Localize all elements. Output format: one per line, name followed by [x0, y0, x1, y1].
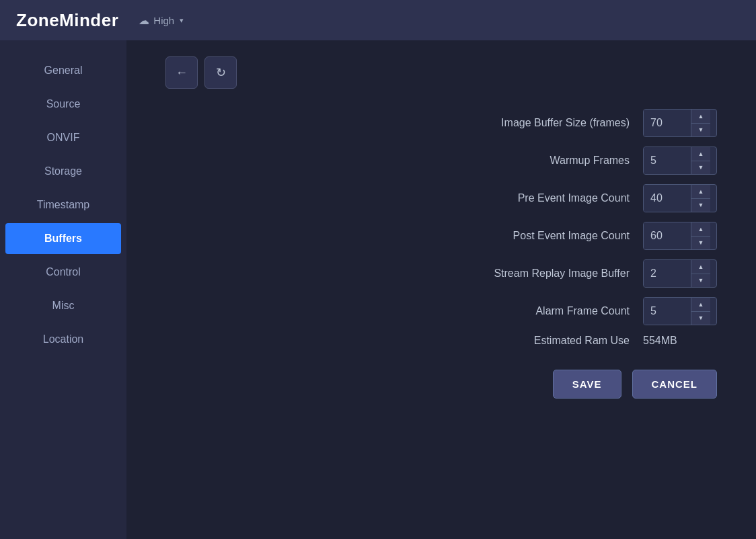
spinner-arrows-warmup-frames: ▲ ▼ — [691, 147, 710, 174]
spinner-arrows-stream-replay-image-buffer: ▲ ▼ — [691, 260, 710, 287]
field-row-image-buffer-size: Image Buffer Size (frames) ▲ ▼ — [165, 109, 717, 137]
sidebar-label-source: Source — [46, 98, 81, 110]
sidebar-item-source[interactable]: Source — [5, 89, 121, 120]
spinner-up-post-event-image-count[interactable]: ▲ — [691, 222, 710, 237]
spinner-arrows-image-buffer-size: ▲ ▼ — [691, 110, 710, 136]
sidebar-item-misc[interactable]: Misc — [5, 290, 121, 321]
field-row-stream-replay-image-buffer: Stream Replay Image Buffer ▲ ▼ — [165, 259, 717, 288]
sidebar-label-misc: Misc — [52, 300, 75, 311]
form-container: ← ↻ Image Buffer Size (frames) ▲ ▼ — [165, 56, 717, 399]
spinner-down-image-buffer-size[interactable]: ▼ — [691, 124, 710, 137]
label-alarm-frame-count: Alarm Frame Count — [441, 305, 630, 317]
spinner-up-stream-replay-image-buffer[interactable]: ▲ — [691, 260, 710, 274]
spinner-pre-event-image-count[interactable]: ▲ ▼ — [643, 184, 717, 212]
spinner-down-post-event-image-count[interactable]: ▼ — [691, 237, 710, 250]
sidebar-label-control: Control — [46, 266, 81, 278]
sidebar-item-location[interactable]: Location — [5, 324, 121, 355]
sidebar-label-buffers: Buffers — [44, 233, 82, 244]
input-post-event-image-count[interactable] — [644, 222, 691, 249]
main-layout: General Source ONVIF Storage Timestamp B… — [0, 40, 756, 539]
signal-label: High — [153, 15, 174, 26]
field-row-estimated-ram: Estimated Ram Use 554MB — [165, 335, 717, 347]
action-row: SAVE CANCEL — [165, 370, 717, 399]
label-pre-event-image-count: Pre Event Image Count — [441, 192, 630, 204]
input-stream-replay-image-buffer[interactable] — [644, 260, 691, 287]
value-estimated-ram: 554MB — [643, 335, 717, 347]
sidebar-item-storage[interactable]: Storage — [5, 156, 121, 187]
label-post-event-image-count: Post Event Image Count — [441, 230, 630, 242]
toolbar: ← ↻ — [165, 56, 717, 89]
spinner-alarm-frame-count[interactable]: ▲ ▼ — [643, 297, 717, 325]
app-title: ZoneMinder — [16, 10, 118, 31]
signal-icon: ☁ — [139, 14, 149, 27]
sidebar-label-general: General — [44, 65, 83, 76]
cancel-button[interactable]: CANCEL — [632, 370, 718, 399]
spinner-up-image-buffer-size[interactable]: ▲ — [691, 110, 710, 124]
main-content: ← ↻ Image Buffer Size (frames) ▲ ▼ — [126, 40, 756, 539]
spinner-image-buffer-size[interactable]: ▲ ▼ — [643, 109, 717, 137]
sidebar-item-control[interactable]: Control — [5, 257, 121, 288]
label-estimated-ram: Estimated Ram Use — [441, 335, 630, 347]
spinner-up-alarm-frame-count[interactable]: ▲ — [691, 298, 710, 312]
spinner-down-warmup-frames[interactable]: ▼ — [691, 161, 710, 175]
sidebar-label-location: Location — [43, 333, 84, 345]
field-row-post-event-image-count: Post Event Image Count ▲ ▼ — [165, 222, 717, 250]
spinner-post-event-image-count[interactable]: ▲ ▼ — [643, 222, 717, 250]
sidebar-item-onvif[interactable]: ONVIF — [5, 122, 121, 153]
sidebar-item-buffers[interactable]: Buffers — [5, 223, 121, 254]
input-alarm-frame-count[interactable] — [644, 298, 691, 325]
label-stream-replay-image-buffer: Stream Replay Image Buffer — [441, 267, 630, 280]
label-warmup-frames: Warmup Frames — [441, 155, 630, 167]
save-button[interactable]: SAVE — [553, 370, 621, 399]
topbar: ZoneMinder ☁ High ▾ — [0, 0, 756, 40]
input-pre-event-image-count[interactable] — [644, 185, 691, 212]
spinner-up-warmup-frames[interactable]: ▲ — [691, 147, 710, 161]
field-row-alarm-frame-count: Alarm Frame Count ▲ ▼ — [165, 297, 717, 325]
label-image-buffer-size: Image Buffer Size (frames) — [441, 117, 630, 129]
sidebar-label-storage: Storage — [44, 165, 82, 177]
field-row-warmup-frames: Warmup Frames ▲ ▼ — [165, 147, 717, 175]
back-button[interactable]: ← — [165, 56, 198, 89]
refresh-button[interactable]: ↻ — [204, 56, 237, 89]
input-image-buffer-size[interactable] — [644, 110, 691, 136]
sidebar: General Source ONVIF Storage Timestamp B… — [0, 40, 126, 539]
spinner-arrows-alarm-frame-count: ▲ ▼ — [691, 298, 710, 325]
input-warmup-frames[interactable] — [644, 147, 691, 174]
sidebar-label-onvif: ONVIF — [47, 132, 80, 143]
sidebar-item-timestamp[interactable]: Timestamp — [5, 190, 121, 220]
spinner-stream-replay-image-buffer[interactable]: ▲ ▼ — [643, 259, 717, 288]
spinner-down-alarm-frame-count[interactable]: ▼ — [691, 312, 710, 325]
sidebar-item-general[interactable]: General — [5, 55, 121, 86]
spinner-down-stream-replay-image-buffer[interactable]: ▼ — [691, 274, 710, 288]
back-icon: ← — [176, 66, 188, 80]
spinner-arrows-post-event-image-count: ▲ ▼ — [691, 222, 710, 249]
spinner-up-pre-event-image-count[interactable]: ▲ — [691, 185, 710, 199]
signal-menu[interactable]: ☁ High ▾ — [139, 14, 184, 27]
spinner-arrows-pre-event-image-count: ▲ ▼ — [691, 185, 710, 212]
sidebar-label-timestamp: Timestamp — [37, 199, 90, 210]
chevron-down-icon: ▾ — [180, 16, 184, 25]
spinner-warmup-frames[interactable]: ▲ ▼ — [643, 147, 717, 175]
spinner-down-pre-event-image-count[interactable]: ▼ — [691, 199, 710, 212]
field-row-pre-event-image-count: Pre Event Image Count ▲ ▼ — [165, 184, 717, 212]
refresh-icon: ↻ — [216, 65, 226, 80]
